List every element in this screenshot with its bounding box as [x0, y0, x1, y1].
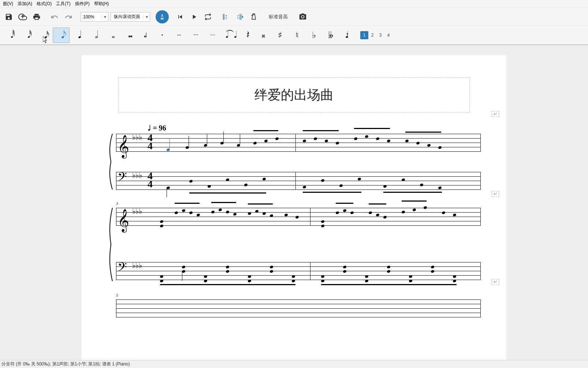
- selected-note[interactable]: [166, 148, 170, 152]
- score-canvas[interactable]: 绊爱的出场曲 ↵ ♩ = 96 𝄞 ♭♭♭ 44: [0, 45, 588, 360]
- note-whole-button[interactable]: 𝅝: [103, 27, 120, 43]
- double-flat-button[interactable]: 𝄫: [322, 27, 339, 43]
- menu-view[interactable]: 图(V): [1, 0, 15, 8]
- cloud-upload-button[interactable]: [16, 10, 29, 23]
- measure-number: 3: [116, 201, 118, 206]
- double-dot-button[interactable]: ··: [171, 27, 187, 43]
- menu-tools[interactable]: 工具(T): [54, 0, 72, 8]
- notes-measure-1-2-treble[interactable]: [156, 126, 477, 159]
- print-button[interactable]: [30, 10, 43, 23]
- natural-button[interactable]: ♮: [289, 27, 305, 43]
- system-break-icon[interactable]: ↵: [492, 111, 499, 117]
- system-1: 𝄞 ♭♭♭ 44: [107, 134, 481, 189]
- measure-number: 5: [116, 293, 118, 297]
- system-break-icon[interactable]: ↵: [492, 191, 499, 197]
- key-signature: ♭♭♭: [132, 264, 142, 267]
- barline[interactable]: [480, 172, 481, 189]
- key-signature: ♭♭♭: [132, 173, 142, 177]
- brace-icon: [107, 134, 114, 189]
- title-frame[interactable]: 绊爱的出场曲: [118, 77, 470, 113]
- redo-button[interactable]: [62, 10, 75, 23]
- separator: [171, 12, 171, 22]
- system-2: 3 𝄞 ♭♭♭: [107, 208, 481, 281]
- undo-button[interactable]: [48, 10, 61, 23]
- barline: [116, 172, 116, 189]
- bass-staff[interactable]: 𝄢 ♭♭♭ 44: [116, 172, 481, 189]
- treble-staff[interactable]: 𝄞 ♭♭♭: [116, 208, 481, 225]
- rest-button[interactable]: 𝄽: [238, 27, 255, 43]
- score-title[interactable]: 绊爱的出场曲: [254, 86, 334, 104]
- menu-add[interactable]: 添加(A): [15, 0, 34, 8]
- save-button[interactable]: [2, 10, 15, 23]
- flip-stem-button[interactable]: 𝅘𝅥↕: [339, 27, 356, 43]
- menu-bar: 图(V) 添加(A) 格式(O) 工具(T) 插件(P) 帮助(H): [0, 0, 588, 8]
- sharp-button[interactable]: ♯: [272, 27, 289, 43]
- zoom-control[interactable]: ▾: [81, 12, 108, 22]
- zoom-input[interactable]: [81, 14, 101, 19]
- score-page[interactable]: 绊爱的出场曲 ↵ ♩ = 96 𝄞 ♭♭♭ 44: [82, 55, 506, 360]
- metronome-button[interactable]: [156, 10, 169, 23]
- separator: [217, 12, 217, 22]
- double-sharp-button[interactable]: 𝄪: [255, 27, 272, 43]
- voice-2-button[interactable]: 2: [368, 31, 376, 39]
- note-16th-button[interactable]: 𝅘𝅥𝅯: [36, 27, 53, 43]
- voice-1-button[interactable]: 1: [360, 31, 368, 39]
- status-text: 分音符 (开 0‰ 关 500‰); 第1声部; 第1小节; 第1拍; 谱表 1…: [1, 361, 130, 367]
- bass-staff[interactable]: 𝄢 ♭♭♭: [116, 262, 481, 280]
- separator: [45, 12, 46, 22]
- note-breve-button[interactable]: 𝅜: [120, 27, 137, 43]
- page-layout-dropdown-icon[interactable]: ▾: [143, 14, 150, 19]
- note-half-button[interactable]: 𝅗𝅥: [86, 27, 103, 43]
- note-8th-button[interactable]: 𝅘𝅥𝅮: [53, 27, 70, 43]
- separator: [77, 12, 78, 22]
- status-bar: 分音符 (开 0‰ 关 500‰); 第1声部; 第1小节; 第1拍; 谱表 1…: [0, 360, 588, 368]
- rewind-button[interactable]: [174, 10, 187, 23]
- key-signature: ♭♭♭: [132, 209, 142, 213]
- note-32nd-button[interactable]: 𝅘𝅥𝅰: [19, 27, 36, 43]
- separator: [153, 12, 153, 22]
- page-layout-select[interactable]: 纵向滚动页面 ▾: [111, 12, 150, 22]
- svg-rect-8: [241, 14, 241, 20]
- loop-button[interactable]: [201, 10, 215, 23]
- svg-point-5: [238, 15, 239, 16]
- concert-pitch-toggle[interactable]: 标准音高: [265, 14, 291, 20]
- repeat-end-button[interactable]: [233, 10, 246, 23]
- repeat-start-button[interactable]: [219, 10, 232, 23]
- time-signature[interactable]: 44: [148, 172, 153, 188]
- quad-dot-button[interactable]: ····: [204, 27, 221, 43]
- note-quarter-button[interactable]: 𝅘𝅥: [70, 27, 86, 43]
- treble-staff[interactable]: 𝄞 ♭♭♭ 44: [116, 134, 481, 151]
- svg-point-4: [226, 17, 227, 18]
- system-break-icon[interactable]: ↵: [492, 279, 499, 285]
- brace-icon: [107, 208, 114, 281]
- system-3: 5: [107, 299, 481, 321]
- note-64th-button[interactable]: 𝅘𝅥𝅱: [2, 27, 19, 43]
- treble-staff[interactable]: [116, 299, 481, 317]
- svg-point-6: [238, 17, 239, 18]
- svg-rect-7: [239, 14, 240, 20]
- separator: [263, 12, 263, 22]
- notes-measure-3-4-treble[interactable]: [156, 200, 477, 233]
- barline[interactable]: [480, 134, 481, 151]
- notes-measure-3-4-bass[interactable]: [156, 255, 477, 287]
- svg-rect-2: [224, 14, 225, 20]
- screenshot-button[interactable]: [296, 10, 309, 23]
- menu-plugins[interactable]: 插件(P): [73, 0, 92, 8]
- triple-dot-button[interactable]: ···: [187, 27, 204, 43]
- voice-4-button[interactable]: 4: [384, 31, 392, 39]
- tie-button[interactable]: 𝅘𝅥⁀𝅘𝅥: [221, 27, 238, 43]
- menu-format[interactable]: 格式(O): [34, 0, 54, 8]
- key-signature: ♭♭♭: [132, 135, 142, 139]
- play-button[interactable]: [187, 10, 201, 23]
- notes-measure-1-2-bass[interactable]: [156, 165, 477, 197]
- menu-help[interactable]: 帮助(H): [92, 0, 111, 8]
- time-signature[interactable]: 44: [148, 134, 153, 150]
- note-longa-button[interactable]: 𝆷: [137, 27, 154, 43]
- main-toolbar: ▾ 纵向滚动页面 ▾ 标准音高: [0, 8, 588, 26]
- flat-button[interactable]: ♭: [305, 27, 322, 43]
- dot-button[interactable]: ·: [154, 27, 171, 43]
- voice-3-button[interactable]: 3: [376, 31, 384, 39]
- metronome-settings-button[interactable]: [247, 10, 260, 23]
- svg-rect-1: [223, 14, 224, 20]
- zoom-dropdown-icon[interactable]: ▾: [101, 14, 108, 19]
